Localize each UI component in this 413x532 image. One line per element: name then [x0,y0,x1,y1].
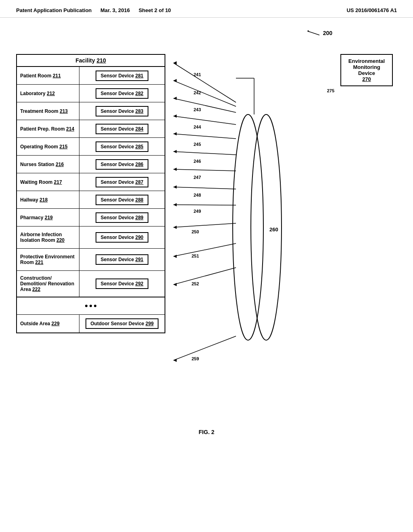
ref-260-label: 260 [269,227,278,233]
sheet-label: Sheet 2 of 10 [139,7,171,13]
room-cell-222: Construction/ Demolition/ Renovation Are… [17,271,79,297]
svg-marker-19 [173,185,177,189]
svg-marker-27 [173,283,177,286]
publication-date: Mar. 3, 2016 [100,7,130,13]
sensor-cell-283: Sensor Device 283 [79,102,165,120]
ref-251: 251 [192,254,199,258]
svg-line-6 [173,81,236,106]
room-name-218: Hallway 218 [20,197,48,203]
room-cell-211: Patient Room 211 [17,67,79,84]
room-num-220: 220 [56,237,65,243]
room-cell-220: Airborne Infection Isolation Room 220 [17,227,79,248]
connections-svg: 241 242 243 244 245 [173,54,286,417]
ref-249: 249 [194,209,201,214]
ref-200-container: 200 [305,29,332,37]
room-name-217: Waiting Room 217 [20,179,62,185]
table-row: Protective Environment Room 221 Sensor D… [17,249,165,271]
facility-table: Facility 210 Patient Room 211 Sensor Dev… [16,54,165,333]
room-cell-214: Patient Prep. Room 214 [17,120,79,137]
svg-marker-23 [173,226,177,229]
svg-marker-13 [173,132,177,135]
ref-200-label: 200 [323,30,332,36]
env-device-box: Environmental Monitoring Device 270 [340,54,393,86]
table-row: Treatment Room 213 Sensor Device 283 [17,102,165,120]
table-row: Laboratory 212 Sensor Device 282 [17,85,165,102]
room-name-211: Patient Room 211 [20,73,61,79]
table-row: Hallway 218 Sensor Device 288 [17,191,165,209]
sensor-cell-299: Outdoor Sensor Device 299 [79,315,165,332]
svg-marker-15 [173,150,177,153]
dot-1 [85,305,88,307]
ref-243: 243 [194,107,201,112]
room-name-212: Laboratory 212 [20,91,55,96]
ref-241: 241 [194,72,201,77]
table-row: Waiting Room 217 Sensor Device 287 [17,173,165,191]
svg-marker-17 [173,168,177,171]
room-cell-229: Outside Area 229 [17,315,79,332]
room-num-216: 216 [56,162,64,167]
svg-line-12 [173,134,236,139]
dot-3 [94,305,96,307]
room-cell-219: Pharmacy 219 [17,209,79,226]
header-left: Patent Application Publication Mar. 3, 2… [16,7,171,13]
room-num-219: 219 [45,215,53,220]
room-cell-215: Operating Room 215 [17,138,79,155]
room-name-215: Operating Room 215 [20,144,67,150]
svg-marker-7 [173,79,177,82]
sensor-cell-285: Sensor Device 285 [79,138,165,155]
svg-marker-21 [173,203,177,206]
diagram: Facility 210 Patient Room 211 Sensor Dev… [16,54,397,417]
room-num-229: 229 [52,321,60,326]
sensor-box-290: Sensor Device 290 [96,232,148,243]
sensor-box-291: Sensor Device 291 [96,254,148,265]
room-num-215: 215 [59,144,67,150]
svg-marker-25 [173,255,177,258]
room-name-214: Patient Prep. Room 214 [20,126,74,132]
sensor-box-284: Sensor Device 284 [96,124,148,134]
fig-caption: FIG. 2 [16,429,397,435]
sensor-box-285: Sensor Device 285 [96,141,148,152]
env-device-line2: Monitoring [345,64,388,70]
sensor-cell-287: Sensor Device 287 [79,173,165,191]
svg-line-24 [173,243,236,256]
patent-number: US 2016/0061476 A1 [346,7,397,13]
room-name-213: Treatment Room 213 [20,108,68,114]
room-name-220: Airborne Infection Isolation Room 220 [20,232,76,243]
sensor-cell-288: Sensor Device 288 [79,191,165,208]
ref-244: 244 [194,125,201,129]
sensor-box-292: Sensor Device 292 [96,278,148,289]
sensor-box-287: Sensor Device 287 [96,177,148,187]
dot-2 [90,305,92,307]
svg-line-26 [173,268,236,285]
ref-248: 248 [194,193,201,197]
room-cell-212: Laboratory 212 [17,85,79,102]
table-row: Patient Prep. Room 214 Sensor Device 284 [17,120,165,138]
room-cell-213: Treatment Room 213 [17,102,79,120]
sensor-cell-291: Sensor Device 291 [79,249,165,270]
sensor-box-281: Sensor Device 281 [96,71,148,81]
svg-line-28 [173,336,236,360]
svg-line-10 [173,116,236,125]
sensor-cell-282: Sensor Device 282 [79,85,165,102]
facility-num: 210 [96,57,106,64]
room-cell-216: Nurses Station 216 [17,156,79,173]
sensor-cell-290: Sensor Device 290 [79,227,165,248]
room-num-212: 212 [47,91,55,96]
svg-line-18 [173,187,236,189]
ref-247: 247 [194,175,201,180]
room-num-218: 218 [40,197,48,203]
sensor-cell-281: Sensor Device 281 [79,67,165,84]
sensor-box-299: Outdoor Sensor Device 299 [86,318,159,329]
room-num-221: 221 [35,260,43,265]
room-cell-221: Protective Environment Room 221 [17,249,79,270]
facility-title: Facility 210 [75,57,106,64]
env-device-num: 270 [362,76,371,82]
svg-marker-11 [173,114,177,118]
table-row-outdoor: Outside Area 229 Outdoor Sensor Device 2… [17,315,165,332]
sensor-cell-284: Sensor Device 284 [79,120,165,137]
main-content: 200 Facility 210 Patient Room 211 Sensor… [0,18,413,447]
sensor-cell-292: Sensor Device 292 [79,271,165,297]
room-num-213: 213 [60,108,68,114]
svg-line-22 [173,223,236,227]
ref-242: 242 [194,90,201,95]
